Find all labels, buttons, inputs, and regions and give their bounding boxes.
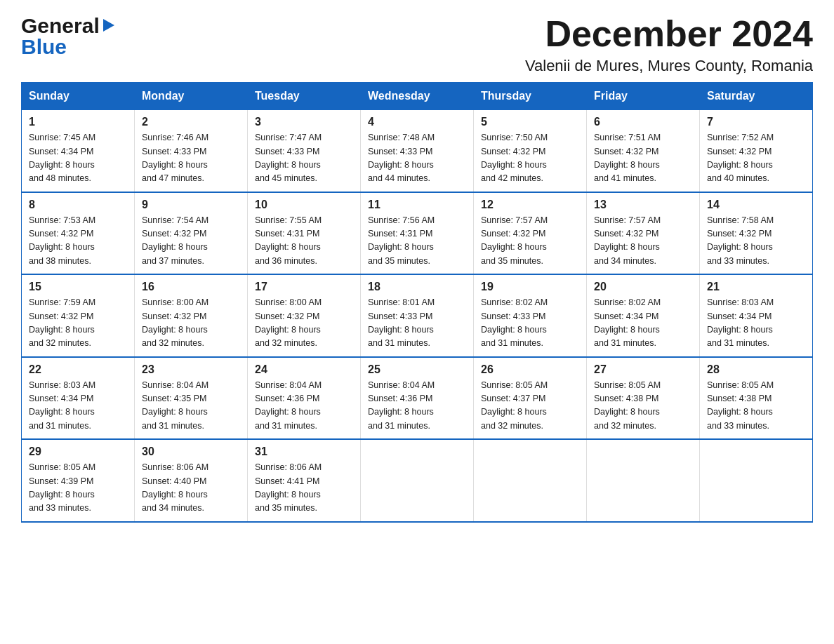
calendar-cell: 15 Sunrise: 7:59 AM Sunset: 4:32 PM Dayl… — [22, 274, 135, 357]
title-area: December 2024 Valenii de Mures, Mures Co… — [525, 14, 813, 75]
day-info: Sunrise: 8:02 AM Sunset: 4:33 PM Dayligh… — [481, 296, 579, 351]
svg-marker-0 — [103, 19, 114, 32]
day-number: 14 — [707, 199, 805, 211]
day-info: Sunrise: 8:04 AM Sunset: 4:35 PM Dayligh… — [142, 379, 240, 434]
calendar-cell: 1 Sunrise: 7:45 AM Sunset: 4:34 PM Dayli… — [22, 110, 135, 192]
day-number: 8 — [29, 199, 127, 211]
day-info: Sunrise: 7:55 AM Sunset: 4:31 PM Dayligh… — [255, 214, 353, 269]
day-number: 9 — [142, 199, 240, 211]
calendar-cell — [361, 439, 474, 522]
day-info: Sunrise: 7:50 AM Sunset: 4:32 PM Dayligh… — [481, 131, 579, 186]
day-number: 26 — [481, 363, 579, 376]
day-info: Sunrise: 8:00 AM Sunset: 4:32 PM Dayligh… — [255, 296, 353, 351]
calendar-header-tuesday: Tuesday — [248, 83, 361, 110]
calendar-cell: 16 Sunrise: 8:00 AM Sunset: 4:32 PM Dayl… — [135, 274, 248, 357]
day-info: Sunrise: 7:57 AM Sunset: 4:32 PM Dayligh… — [481, 214, 579, 269]
day-info: Sunrise: 8:00 AM Sunset: 4:32 PM Dayligh… — [142, 296, 240, 351]
day-number: 4 — [368, 116, 466, 128]
calendar-week-5: 29 Sunrise: 8:05 AM Sunset: 4:39 PM Dayl… — [22, 439, 813, 522]
calendar-cell: 14 Sunrise: 7:58 AM Sunset: 4:32 PM Dayl… — [700, 192, 813, 275]
day-number: 21 — [707, 281, 805, 293]
calendar-header-monday: Monday — [135, 83, 248, 110]
day-number: 24 — [255, 363, 353, 376]
day-info: Sunrise: 8:02 AM Sunset: 4:34 PM Dayligh… — [594, 296, 692, 351]
day-info: Sunrise: 8:03 AM Sunset: 4:34 PM Dayligh… — [29, 379, 127, 434]
day-info: Sunrise: 7:46 AM Sunset: 4:33 PM Dayligh… — [142, 131, 240, 186]
day-info: Sunrise: 8:05 AM Sunset: 4:38 PM Dayligh… — [707, 379, 805, 434]
calendar-cell: 11 Sunrise: 7:56 AM Sunset: 4:31 PM Dayl… — [361, 192, 474, 275]
day-info: Sunrise: 8:01 AM Sunset: 4:33 PM Dayligh… — [368, 296, 466, 351]
day-number: 18 — [368, 281, 466, 293]
day-number: 11 — [368, 199, 466, 211]
calendar-cell: 12 Sunrise: 7:57 AM Sunset: 4:32 PM Dayl… — [474, 192, 587, 275]
day-number: 20 — [594, 281, 692, 293]
calendar-cell: 26 Sunrise: 8:05 AM Sunset: 4:37 PM Dayl… — [474, 357, 587, 440]
day-info: Sunrise: 8:05 AM Sunset: 4:38 PM Dayligh… — [594, 379, 692, 434]
calendar-cell: 17 Sunrise: 8:00 AM Sunset: 4:32 PM Dayl… — [248, 274, 361, 357]
calendar-header-wednesday: Wednesday — [361, 83, 474, 110]
calendar-cell: 31 Sunrise: 8:06 AM Sunset: 4:41 PM Dayl… — [248, 439, 361, 522]
calendar-cell: 20 Sunrise: 8:02 AM Sunset: 4:34 PM Dayl… — [587, 274, 700, 357]
day-number: 5 — [481, 116, 579, 128]
day-number: 19 — [481, 281, 579, 293]
calendar-cell: 19 Sunrise: 8:02 AM Sunset: 4:33 PM Dayl… — [474, 274, 587, 357]
calendar-cell: 22 Sunrise: 8:03 AM Sunset: 4:34 PM Dayl… — [22, 357, 135, 440]
day-info: Sunrise: 7:53 AM Sunset: 4:32 PM Dayligh… — [29, 214, 127, 269]
calendar-cell — [474, 439, 587, 522]
calendar-week-4: 22 Sunrise: 8:03 AM Sunset: 4:34 PM Dayl… — [22, 357, 813, 440]
day-info: Sunrise: 7:52 AM Sunset: 4:32 PM Dayligh… — [707, 131, 805, 186]
page-subtitle: Valenii de Mures, Mures County, Romania — [525, 57, 813, 75]
day-info: Sunrise: 8:06 AM Sunset: 4:41 PM Dayligh… — [255, 461, 353, 516]
day-number: 29 — [29, 445, 127, 458]
day-info: Sunrise: 8:04 AM Sunset: 4:36 PM Dayligh… — [368, 379, 466, 434]
day-info: Sunrise: 7:51 AM Sunset: 4:32 PM Dayligh… — [594, 131, 692, 186]
page-title: December 2024 — [525, 14, 813, 54]
calendar-cell: 23 Sunrise: 8:04 AM Sunset: 4:35 PM Dayl… — [135, 357, 248, 440]
calendar-cell: 27 Sunrise: 8:05 AM Sunset: 4:38 PM Dayl… — [587, 357, 700, 440]
day-info: Sunrise: 7:48 AM Sunset: 4:33 PM Dayligh… — [368, 131, 466, 186]
day-info: Sunrise: 8:04 AM Sunset: 4:36 PM Dayligh… — [255, 379, 353, 434]
calendar-cell: 18 Sunrise: 8:01 AM Sunset: 4:33 PM Dayl… — [361, 274, 474, 357]
calendar-week-3: 15 Sunrise: 7:59 AM Sunset: 4:32 PM Dayl… — [22, 274, 813, 357]
calendar-cell: 21 Sunrise: 8:03 AM Sunset: 4:34 PM Dayl… — [700, 274, 813, 357]
day-number: 15 — [29, 281, 127, 293]
calendar-cell: 10 Sunrise: 7:55 AM Sunset: 4:31 PM Dayl… — [248, 192, 361, 275]
calendar-cell: 5 Sunrise: 7:50 AM Sunset: 4:32 PM Dayli… — [474, 110, 587, 192]
calendar-cell — [587, 439, 700, 522]
logo-general-text: General — [21, 14, 100, 38]
day-info: Sunrise: 8:03 AM Sunset: 4:34 PM Dayligh… — [707, 296, 805, 351]
calendar-cell: 13 Sunrise: 7:57 AM Sunset: 4:32 PM Dayl… — [587, 192, 700, 275]
calendar-cell: 8 Sunrise: 7:53 AM Sunset: 4:32 PM Dayli… — [22, 192, 135, 275]
day-info: Sunrise: 8:06 AM Sunset: 4:40 PM Dayligh… — [142, 461, 240, 516]
day-info: Sunrise: 7:59 AM Sunset: 4:32 PM Dayligh… — [29, 296, 127, 351]
day-number: 10 — [255, 199, 353, 211]
calendar-cell: 4 Sunrise: 7:48 AM Sunset: 4:33 PM Dayli… — [361, 110, 474, 192]
day-number: 23 — [142, 363, 240, 376]
day-number: 2 — [142, 116, 240, 128]
day-number: 3 — [255, 116, 353, 128]
calendar-week-2: 8 Sunrise: 7:53 AM Sunset: 4:32 PM Dayli… — [22, 192, 813, 275]
calendar-header-friday: Friday — [587, 83, 700, 110]
day-number: 13 — [594, 199, 692, 211]
logo-blue-text: Blue — [21, 35, 67, 59]
calendar-cell: 29 Sunrise: 8:05 AM Sunset: 4:39 PM Dayl… — [22, 439, 135, 522]
day-number: 25 — [368, 363, 466, 376]
calendar-cell: 24 Sunrise: 8:04 AM Sunset: 4:36 PM Dayl… — [248, 357, 361, 440]
calendar-cell: 30 Sunrise: 8:06 AM Sunset: 4:40 PM Dayl… — [135, 439, 248, 522]
day-info: Sunrise: 7:45 AM Sunset: 4:34 PM Dayligh… — [29, 131, 127, 186]
logo: General Blue — [21, 14, 116, 59]
day-number: 7 — [707, 116, 805, 128]
calendar-cell: 3 Sunrise: 7:47 AM Sunset: 4:33 PM Dayli… — [248, 110, 361, 192]
day-info: Sunrise: 7:47 AM Sunset: 4:33 PM Dayligh… — [255, 131, 353, 186]
day-number: 6 — [594, 116, 692, 128]
calendar-cell: 28 Sunrise: 8:05 AM Sunset: 4:38 PM Dayl… — [700, 357, 813, 440]
day-number: 1 — [29, 116, 127, 128]
day-info: Sunrise: 8:05 AM Sunset: 4:39 PM Dayligh… — [29, 461, 127, 516]
calendar-cell: 7 Sunrise: 7:52 AM Sunset: 4:32 PM Dayli… — [700, 110, 813, 192]
calendar-cell — [700, 439, 813, 522]
day-info: Sunrise: 7:57 AM Sunset: 4:32 PM Dayligh… — [594, 214, 692, 269]
day-number: 12 — [481, 199, 579, 211]
day-info: Sunrise: 7:58 AM Sunset: 4:32 PM Dayligh… — [707, 214, 805, 269]
day-number: 16 — [142, 281, 240, 293]
calendar-header-sunday: Sunday — [22, 83, 135, 110]
